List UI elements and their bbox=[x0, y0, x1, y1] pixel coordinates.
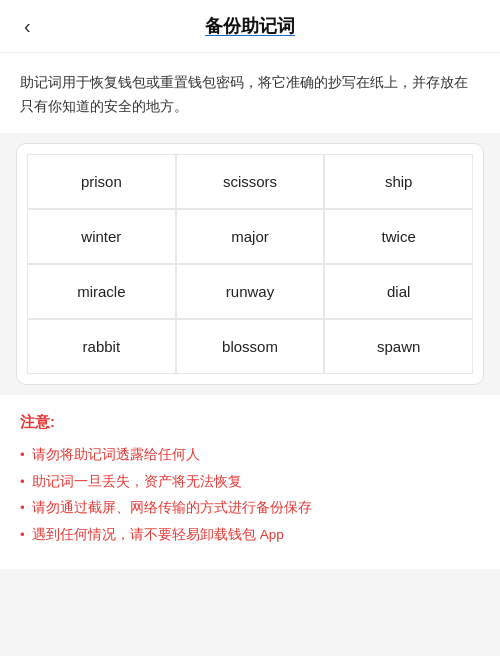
mnemonic-word-cell: major bbox=[176, 209, 325, 264]
mnemonic-word-cell: winter bbox=[27, 209, 176, 264]
description-content: 助记词用于恢复钱包或重置钱包密码，将它准确的抄写在纸上，并存放在只有你知道的安全… bbox=[20, 74, 468, 114]
mnemonic-word-cell: spawn bbox=[324, 319, 473, 374]
mnemonic-word-cell: dial bbox=[324, 264, 473, 319]
notice-list: 请勿将助记词透露给任何人助记词一旦丢失，资产将无法恢复请勿通过截屏、网络传输的方… bbox=[20, 444, 480, 548]
mnemonic-word-cell: scissors bbox=[176, 154, 325, 209]
notice-item: 助记词一旦丢失，资产将无法恢复 bbox=[20, 471, 480, 494]
header: ‹ 备份助记词 bbox=[0, 0, 500, 53]
mnemonic-word-cell: prison bbox=[27, 154, 176, 209]
notice-item: 请勿将助记词透露给任何人 bbox=[20, 444, 480, 467]
description-text: 助记词用于恢复钱包或重置钱包密码，将它准确的抄写在纸上，并存放在只有你知道的安全… bbox=[0, 53, 500, 133]
mnemonic-word-cell: ship bbox=[324, 154, 473, 209]
mnemonic-grid-container: prisonscissorsshipwintermajortwicemiracl… bbox=[16, 143, 484, 385]
notice-section: 注意: 请勿将助记词透露给任何人助记词一旦丢失，资产将无法恢复请勿通过截屏、网络… bbox=[0, 395, 500, 570]
mnemonic-word-cell: blossom bbox=[176, 319, 325, 374]
page-title: 备份助记词 bbox=[205, 14, 295, 38]
notice-title: 注意: bbox=[20, 413, 480, 432]
notice-item: 遇到任何情况，请不要轻易卸载钱包 App bbox=[20, 524, 480, 547]
mnemonic-word-cell: runway bbox=[176, 264, 325, 319]
mnemonic-grid: prisonscissorsshipwintermajortwicemiracl… bbox=[27, 154, 473, 374]
mnemonic-word-cell: twice bbox=[324, 209, 473, 264]
notice-item: 请勿通过截屏、网络传输的方式进行备份保存 bbox=[20, 497, 480, 520]
mnemonic-word-cell: rabbit bbox=[27, 319, 176, 374]
mnemonic-word-cell: miracle bbox=[27, 264, 176, 319]
back-button[interactable]: ‹ bbox=[16, 11, 39, 42]
